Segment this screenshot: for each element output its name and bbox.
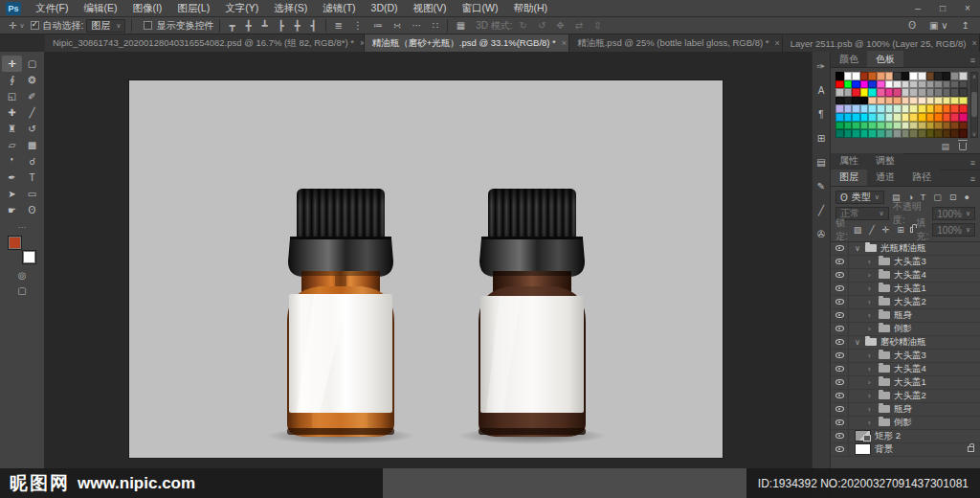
color-swatch[interactable] [902, 80, 910, 89]
color-swatch[interactable] [868, 88, 877, 97]
libraries-panel-icon[interactable]: ✎ [813, 179, 829, 193]
type-tool[interactable]: T [22, 170, 42, 186]
color-chips[interactable] [8, 236, 36, 264]
workspace-icon[interactable]: ▣ ∨ [926, 20, 951, 31]
healing-brush-tool[interactable]: ✚ [2, 104, 22, 121]
color-swatch[interactable] [860, 97, 869, 105]
lasso-tool[interactable]: ∮ [2, 72, 22, 88]
expand-group-icon[interactable]: › [868, 298, 875, 306]
menu-item[interactable]: 3D(D) [365, 0, 405, 17]
3d-pan-icon[interactable]: ✥ [553, 20, 567, 31]
color-swatch[interactable] [959, 88, 968, 97]
color-swatch[interactable] [943, 104, 951, 113]
tool-preset-chevron-icon[interactable]: ∨ [19, 22, 24, 30]
color-swatch[interactable] [959, 72, 968, 80]
3d-slide-icon[interactable]: ⇄ [572, 20, 586, 31]
color-swatch[interactable] [868, 122, 877, 130]
color-swatch[interactable] [950, 88, 959, 97]
menu-item[interactable]: 窗口(W) [456, 0, 505, 17]
scrollbar-thumb[interactable] [971, 92, 977, 117]
color-swatch[interactable] [934, 113, 943, 122]
expand-group-icon[interactable]: › [868, 419, 875, 427]
lock-artboard-icon[interactable]: ⊞ [895, 225, 906, 235]
document-tab[interactable]: Layer 2511.psb @ 100% (Layer 25, RGB/8)× [783, 34, 980, 52]
delete-swatch-icon[interactable] [959, 143, 967, 150]
filter-smart-objects-icon[interactable]: ⊡ [947, 192, 959, 202]
background-color-chip[interactable] [22, 250, 36, 264]
visibility-toggle[interactable] [831, 295, 849, 308]
color-swatch[interactable] [943, 113, 951, 122]
document-canvas[interactable] [129, 80, 723, 458]
color-swatch[interactable] [852, 80, 860, 89]
expand-group-icon[interactable]: › [868, 392, 875, 400]
layer-row[interactable]: ›大头盖2 [831, 296, 980, 309]
layer-row[interactable]: ∨光瓶精油瓶 [831, 242, 980, 256]
expand-group-icon[interactable]: › [868, 258, 875, 266]
expand-group-icon[interactable]: › [868, 284, 875, 293]
new-swatch-icon[interactable]: ▤ [941, 142, 949, 151]
layer-row[interactable]: ›大头盖3 [831, 350, 980, 363]
layer-row[interactable]: ›大头盖2 [831, 390, 980, 403]
color-swatch[interactable] [860, 113, 869, 122]
color-swatch[interactable] [959, 129, 968, 138]
hand-tool[interactable]: ☛ [2, 202, 22, 218]
dodge-tool[interactable]: ☌ [22, 153, 42, 170]
eraser-tool[interactable]: ▱ [2, 137, 22, 153]
color-swatch[interactable] [918, 88, 926, 97]
color-swatch[interactable] [885, 80, 894, 89]
auto-align-icon[interactable]: ▦ [454, 20, 468, 31]
color-swatch[interactable] [943, 80, 951, 89]
color-swatch[interactable] [950, 129, 959, 138]
color-swatch[interactable] [909, 129, 918, 138]
color-swatch[interactable] [852, 129, 860, 138]
character-panel-icon[interactable]: A [813, 83, 829, 98]
distribute-top-icon[interactable]: ≣ [332, 20, 345, 31]
expand-group-icon[interactable]: › [868, 325, 875, 333]
color-swatch[interactable] [885, 72, 894, 80]
color-swatch[interactable] [893, 122, 902, 130]
layer-row[interactable]: ›倒影 [831, 323, 980, 336]
search-icon[interactable]: ʘ [905, 20, 919, 31]
align-right-icon[interactable]: ┫ [308, 20, 320, 31]
color-swatch[interactable] [926, 104, 935, 113]
panel-tab[interactable]: 图层 [831, 170, 867, 186]
close-button[interactable]: × [955, 0, 980, 16]
color-swatch[interactable] [868, 129, 877, 138]
color-swatch[interactable] [926, 113, 935, 122]
visibility-toggle[interactable] [831, 335, 849, 349]
color-swatch[interactable] [844, 122, 853, 130]
brush-panel-icon[interactable]: ╱ [813, 203, 829, 217]
expand-group-icon[interactable]: › [868, 311, 875, 320]
clone-stamp-tool[interactable]: ♜ [2, 121, 22, 137]
align-bottom-icon[interactable]: ┻ [258, 20, 270, 31]
color-swatch[interactable] [959, 80, 968, 89]
panel-tab[interactable]: 调整 [867, 153, 903, 170]
path-selection-tool[interactable]: ➤ [2, 186, 22, 202]
auto-select-checkbox[interactable] [31, 21, 39, 30]
color-swatch[interactable] [860, 80, 869, 89]
panel-tab[interactable]: 颜色 [831, 51, 867, 67]
panel-tab[interactable]: 色板 [867, 51, 903, 67]
color-swatch[interactable] [918, 129, 926, 138]
color-swatch[interactable] [909, 88, 918, 97]
layer-row[interactable]: ›大头盖4 [831, 363, 980, 376]
maximize-button[interactable]: □ [930, 0, 955, 16]
glossy-amber-bottle[interactable] [266, 189, 415, 444]
layer-comps-icon[interactable]: ⊞ [813, 131, 829, 146]
show-transform-checkbox[interactable] [144, 21, 152, 30]
move-tool-options-icon[interactable]: ✛ [6, 20, 19, 31]
visibility-toggle[interactable] [831, 442, 849, 456]
distribute-right-icon[interactable]: ∷ [429, 20, 440, 31]
lock-position-icon[interactable]: ✛ [880, 225, 892, 235]
color-swatch[interactable] [835, 97, 844, 105]
align-hcenter-icon[interactable]: ╋ [292, 20, 303, 31]
color-swatch[interactable] [902, 122, 910, 130]
color-swatch[interactable] [852, 104, 860, 113]
expand-group-icon[interactable]: › [868, 405, 875, 414]
color-swatch[interactable] [926, 72, 935, 80]
panel-tab[interactable]: 属性 [831, 153, 867, 170]
visibility-toggle[interactable] [831, 416, 849, 429]
color-swatch[interactable] [860, 122, 869, 130]
menu-item[interactable]: 文件(F) [29, 0, 75, 17]
color-swatch[interactable] [943, 129, 951, 138]
